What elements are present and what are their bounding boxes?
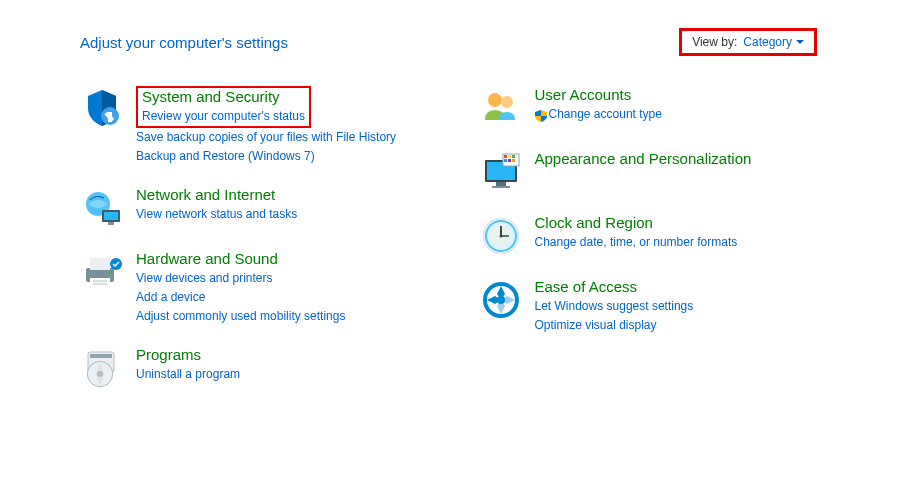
category-title-system-security[interactable]: System and Security	[142, 88, 305, 105]
category-appearance: Appearance and Personalization	[479, 150, 818, 194]
svg-rect-31	[512, 159, 515, 162]
ease-of-access-icon[interactable]	[479, 278, 523, 322]
svg-point-37	[499, 235, 502, 238]
svg-rect-23	[496, 182, 506, 186]
svg-rect-6	[108, 222, 114, 225]
svg-rect-24	[492, 186, 510, 188]
view-by-dropdown[interactable]: View by: Category	[679, 28, 817, 56]
link-backup-restore[interactable]: Backup and Restore (Windows 7)	[136, 147, 419, 165]
category-title-appearance[interactable]: Appearance and Personalization	[535, 150, 818, 167]
category-title-ease-access[interactable]: Ease of Access	[535, 278, 818, 295]
svg-rect-27	[508, 155, 511, 158]
user-accounts-icon[interactable]	[479, 86, 523, 130]
link-network-status[interactable]: View network status and tasks	[136, 205, 419, 223]
clock-globe-icon[interactable]	[479, 214, 523, 258]
uac-shield-icon	[535, 109, 547, 121]
view-by-label: View by:	[692, 35, 737, 49]
svg-rect-15	[90, 354, 112, 358]
category-programs: Programs Uninstall a program	[80, 346, 419, 390]
category-clock-region: Clock and Region Change date, time, or n…	[479, 214, 818, 258]
link-review-status[interactable]: Review your computer's status	[142, 107, 305, 125]
link-suggest-settings[interactable]: Let Windows suggest settings	[535, 297, 818, 315]
svg-rect-28	[512, 155, 515, 158]
category-title-clock[interactable]: Clock and Region	[535, 214, 818, 231]
view-by-value: Category	[743, 35, 804, 49]
shield-security-icon[interactable]	[80, 86, 124, 130]
category-title-hardware[interactable]: Hardware and Sound	[136, 250, 419, 267]
svg-point-20	[501, 96, 513, 108]
monitor-appearance-icon[interactable]	[479, 150, 523, 194]
svg-rect-8	[90, 258, 110, 270]
link-devices-printers[interactable]: View devices and printers	[136, 269, 419, 287]
right-column: User Accounts Change account type	[479, 86, 818, 410]
disc-programs-icon[interactable]	[80, 346, 124, 390]
category-user-accounts: User Accounts Change account type	[479, 86, 818, 130]
link-mobility-settings[interactable]: Adjust commonly used mobility settings	[136, 307, 419, 325]
svg-point-19	[488, 93, 502, 107]
link-uninstall[interactable]: Uninstall a program	[136, 365, 419, 383]
printer-hardware-icon[interactable]	[80, 250, 124, 294]
category-title-programs[interactable]: Programs	[136, 346, 419, 363]
svg-rect-5	[104, 212, 118, 220]
network-globe-icon[interactable]	[80, 186, 124, 230]
link-optimize-display[interactable]: Optimize visual display	[535, 316, 818, 334]
left-column: System and Security Review your computer…	[80, 86, 419, 410]
link-date-time-format[interactable]: Change date, time, or number formats	[535, 233, 818, 251]
category-ease-access: Ease of Access Let Windows suggest setti…	[479, 278, 818, 335]
svg-point-40	[497, 296, 505, 304]
page-title: Adjust your computer's settings	[80, 34, 288, 51]
link-add-device[interactable]: Add a device	[136, 288, 419, 306]
svg-rect-9	[90, 278, 110, 288]
category-title-network[interactable]: Network and Internet	[136, 186, 419, 203]
chevron-down-icon	[796, 40, 804, 44]
svg-rect-29	[504, 159, 507, 162]
svg-rect-26	[504, 155, 507, 158]
category-hardware: Hardware and Sound View devices and prin…	[80, 250, 419, 326]
svg-point-12	[109, 271, 112, 274]
category-title-user-accounts[interactable]: User Accounts	[535, 86, 818, 103]
category-network: Network and Internet View network status…	[80, 186, 419, 230]
highlight-annotation: System and Security Review your computer…	[136, 86, 311, 128]
category-system-security: System and Security Review your computer…	[80, 86, 419, 166]
svg-rect-30	[508, 159, 511, 162]
link-change-account-type[interactable]: Change account type	[535, 105, 818, 123]
link-file-history[interactable]: Save backup copies of your files with Fi…	[136, 128, 419, 146]
